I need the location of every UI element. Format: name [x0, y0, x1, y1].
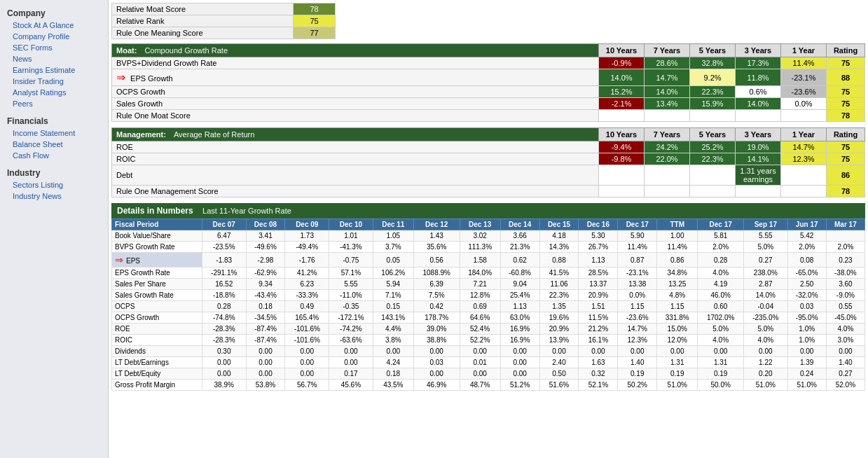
sidebar-item-analyst-ratings[interactable]: Analyst Ratings	[0, 87, 108, 98]
mgmt-col-3yr: 3 Years	[736, 128, 781, 141]
main-content: Relative Moat Score 78 Relative Rank 75 …	[109, 0, 868, 458]
mgmt-roe-5yr: 25.2%	[690, 141, 736, 153]
details-row-sales-per-share: Sales Per Share 16.529.346.235.555.946.3…	[112, 279, 865, 290]
moat-ocps-1yr: -23.6%	[781, 86, 827, 98]
mgmt-roic-7yr: 22.0%	[645, 153, 690, 165]
mgmt-row-roic: ROIC -9.8% 22.0% 22.3% 14.1% 12.3% 75	[112, 153, 865, 165]
details-bvps-growth-dec09: -49.4%	[285, 242, 329, 253]
mgmt-debt-rating: 86	[827, 165, 865, 186]
details-eps-dec13: 1.58	[460, 253, 500, 268]
mgmt-score-3yr	[736, 186, 781, 197]
details-eps-dec16: 1.13	[579, 253, 618, 268]
score-label-meaning: Rule One Meaning Score	[112, 27, 294, 39]
moat-ocps-5yr: 22.3%	[690, 86, 736, 98]
sidebar-item-sec-forms[interactable]: SEC Forms	[0, 42, 108, 53]
details-bvps-ttm: 1.00	[657, 230, 698, 242]
details-eps-ttm: 0.86	[657, 253, 698, 268]
sidebar-item-earnings-estimate[interactable]: Earnings Estimate	[0, 64, 108, 76]
moat-desc: Compound Growth Rate	[144, 46, 228, 55]
sidebar-item-insider-trading[interactable]: Insider Trading	[0, 76, 108, 87]
details-col-ttm: TTM	[657, 219, 698, 230]
details-col-dec14: Dec 14	[500, 219, 539, 230]
details-col-dec15: Dec 15	[539, 219, 579, 230]
details-bvps-growth-dec12: 35.6%	[413, 242, 460, 253]
mgmt-roe-label: ROE	[112, 141, 599, 153]
moat-score-5yr	[690, 110, 736, 122]
details-bvps-label: Book Value/Share	[112, 230, 202, 242]
score-value-rank: 75	[294, 15, 336, 27]
sidebar-item-peers[interactable]: Peers	[0, 98, 108, 109]
details-row-bvps-growth: BVPS Growth Rate -23.5% -49.6% -49.4% -4…	[112, 242, 865, 253]
moat-row-eps: ⇒ EPS Growth 14.0% 14.7% 9.2% 11.8% -23.…	[112, 69, 865, 86]
moat-eps-10yr: 14.0%	[599, 69, 645, 86]
details-bvps-growth-dec13: 111.3%	[460, 242, 500, 253]
sidebar-financials-header: Financials	[0, 113, 108, 127]
details-bvps-dec08: 3.41	[246, 230, 285, 242]
mgmt-col-1yr: 1 Year	[781, 128, 827, 141]
mgmt-row-debt: Debt 1.31 years earnings 86	[112, 165, 865, 186]
details-bvps-dec09: 1.73	[285, 230, 329, 242]
details-col-dec07: Dec 07	[202, 219, 246, 230]
moat-ocps-7yr: 14.0%	[645, 86, 690, 98]
mgmt-roic-1yr: 12.3%	[781, 153, 827, 165]
moat-ocps-10yr: 15.2%	[599, 86, 645, 98]
details-bvps-growth-label: BVPS Growth Rate	[112, 242, 202, 253]
sidebar-item-news[interactable]: News	[0, 53, 108, 64]
moat-sales-rating: 75	[827, 98, 865, 110]
details-col-period: Fiscal Period	[112, 219, 202, 230]
score-row-meaning: Rule One Meaning Score 77	[112, 27, 336, 39]
details-bvps-dec10: 1.01	[329, 230, 373, 242]
moat-sales-1yr: 0.0%	[781, 98, 827, 110]
details-bvps-dec13: 3.02	[460, 230, 500, 242]
moat-col-rating: Rating	[827, 44, 865, 57]
moat-score-label: Rule One Moat Score	[112, 110, 599, 122]
details-col-dec12: Dec 12	[413, 219, 460, 230]
moat-score-10yr	[599, 110, 645, 122]
mgmt-roic-3yr: 14.1%	[736, 153, 781, 165]
mgmt-roe-7yr: 24.2%	[645, 141, 690, 153]
details-row-sales-growth: Sales Growth Rate -18.8%-43.4%-33.3%-11.…	[112, 290, 865, 301]
details-eps-dec12: 0.56	[413, 253, 460, 268]
details-bvps-dec11: 1.05	[373, 230, 413, 242]
sidebar-item-stock-at-a-glance[interactable]: Stock At A Glance	[0, 20, 108, 31]
mgmt-debt-10yr	[599, 165, 645, 186]
sidebar-item-industry-news[interactable]: Industry News	[0, 190, 108, 202]
sidebar-item-cash-flow[interactable]: Cash Flow	[0, 150, 108, 161]
details-bvps-growth-dec15: 14.3%	[539, 242, 579, 253]
mgmt-header-cell: Management: Average Rate of Return	[112, 128, 599, 141]
details-bvps-dec07: 6.47	[202, 230, 246, 242]
details-col-dec08: Dec 08	[246, 219, 285, 230]
details-sps-label: Sales Per Share	[112, 279, 202, 290]
sidebar-item-sectors-listing[interactable]: Sectors Listing	[0, 179, 108, 190]
mgmt-roic-5yr: 22.3%	[690, 153, 736, 165]
moat-bvps-3yr: 17.3%	[736, 57, 781, 69]
details-eps-dec10: -0.75	[329, 253, 373, 268]
mgmt-score-10yr	[599, 186, 645, 197]
details-bvps-growth-ttm: 11.4%	[657, 242, 698, 253]
mgmt-roe-1yr: 14.7%	[781, 141, 827, 153]
details-bvps-growth-mar17: 2.0%	[826, 242, 864, 253]
mgmt-roic-10yr: -9.8%	[599, 153, 645, 165]
sidebar-company-header: Company	[0, 6, 108, 20]
details-bvps-dec15: 4.18	[539, 230, 579, 242]
moat-eps-rating: 88	[827, 69, 865, 86]
details-bvps-growth-sep17: 5.0%	[744, 242, 788, 253]
details-bvps-dec14: 3.66	[500, 230, 539, 242]
sidebar-item-company-profile[interactable]: Company Profile	[0, 31, 108, 42]
details-bvps-growth-dec16: 26.7%	[579, 242, 618, 253]
moat-eps-label: ⇒ EPS Growth	[112, 69, 599, 86]
moat-eps-5yr: 9.2%	[690, 69, 736, 86]
moat-col-7yr: 7 Years	[645, 44, 690, 57]
sidebar-item-income-statement[interactable]: Income Statement	[0, 127, 108, 139]
details-col-dec17: Dec 17	[618, 219, 657, 230]
mgmt-row-score: Rule One Management Score 78	[112, 186, 865, 197]
moat-header-cell: Moat: Compound Growth Rate	[112, 44, 599, 57]
details-col-dec16: Dec 16	[579, 219, 618, 230]
details-col-dec13: Dec 13	[460, 219, 500, 230]
details-row-roe: ROE -28.3%-87.4%-101.6%-74.2%4.4%39.0%52…	[112, 324, 865, 335]
mgmt-score-rating: 78	[827, 186, 865, 197]
details-bvps-growth-dec08: -49.6%	[246, 242, 285, 253]
mgmt-col-7yr: 7 Years	[645, 128, 690, 141]
details-gpm-label: Gross Profit Margin	[112, 380, 202, 391]
sidebar-item-balance-sheet[interactable]: Balance Sheet	[0, 139, 108, 150]
